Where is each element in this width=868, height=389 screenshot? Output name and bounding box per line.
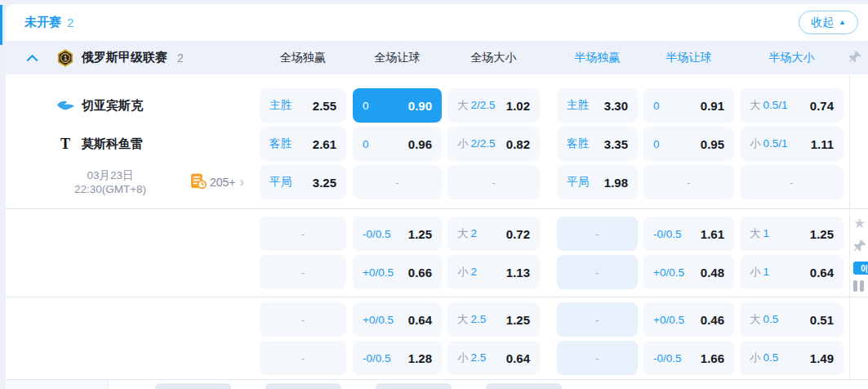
odds-label: 平局: [567, 175, 589, 190]
odds-cell[interactable]: 大0.50.51: [740, 302, 844, 337]
odds-label: 主胜: [567, 98, 589, 113]
odds-cell-empty: -: [260, 302, 346, 337]
odds-value: 0.51: [810, 313, 834, 327]
odds-value: 0.46: [701, 313, 724, 327]
odds-cell[interactable]: 小0.51.49: [740, 341, 844, 375]
right-gutter-divider: [849, 74, 850, 379]
odds-cell-empty: -: [643, 165, 734, 199]
odds-cell[interactable]: 小0.5/11.11: [740, 127, 844, 161]
odds-value: 0.64: [810, 266, 834, 279]
odds-cell-empty: -: [260, 341, 346, 375]
tab-stub[interactable]: [486, 383, 562, 389]
pin-icon[interactable]: [848, 51, 862, 68]
star-icon[interactable]: ★: [853, 215, 866, 232]
odds-value: 0.95: [701, 137, 724, 151]
left-accent-strip: [0, 5, 2, 45]
odds-value: 1.49: [810, 351, 834, 365]
no-odds-dash: -: [269, 228, 336, 240]
chevron-up-icon[interactable]: [26, 54, 38, 62]
league-count: 2: [177, 51, 184, 65]
odds-row: -+0/0.50.66小21.13-+0/0.50.48小10.64: [6, 255, 868, 289]
tab-stub[interactable]: [265, 383, 341, 389]
odds-cell[interactable]: 大2.51.25: [447, 302, 540, 337]
odds-value: 0.91: [701, 99, 724, 113]
odds-row: --0/0.51.25大20.72--0/0.51.61大11.25: [6, 217, 868, 251]
odds-cell[interactable]: 小10.64: [740, 255, 844, 289]
odds-cell[interactable]: 小21.13: [447, 255, 540, 289]
away-team[interactable]: T莫斯科鱼雷: [56, 127, 143, 161]
home-team[interactable]: 切亚宾斯克: [56, 88, 143, 123]
odds-cell[interactable]: -0/0.51.66: [643, 341, 734, 375]
odds-cell[interactable]: 00.91: [643, 88, 734, 123]
odds-label: 主胜: [269, 98, 292, 113]
odds-cell[interactable]: +0/0.50.66: [353, 255, 442, 289]
odds-group-1: 切亚宾斯克主胜2.5500.90大2/2.51.02主胜3.3000.91大0.…: [6, 74, 868, 208]
odds-cell[interactable]: 大11.25: [740, 217, 844, 251]
odds-cell[interactable]: 主胜3.30: [557, 88, 638, 123]
odds-cell[interactable]: 客胜3.35: [557, 127, 638, 161]
live-score-icon[interactable]: 0|: [853, 262, 868, 275]
odds-cell[interactable]: 00.96: [353, 127, 442, 161]
odds-cell[interactable]: 小2.50.64: [447, 341, 540, 375]
odds-value: 1.98: [604, 176, 628, 190]
tab-stub[interactable]: [376, 383, 452, 389]
odds-row: T莫斯科鱼雷客胜2.6100.96小2/2.50.82客胜3.3500.95小0…: [6, 127, 868, 161]
collapse-button[interactable]: 收起 ▲: [799, 11, 858, 34]
odds-value: 0.96: [408, 137, 432, 151]
away-team-label: T莫斯科鱼雷: [6, 127, 260, 161]
odds-label: +0/0.5: [653, 266, 684, 279]
odds-label: 客胜: [567, 136, 589, 151]
odds-cell[interactable]: -0/0.51.61: [643, 217, 734, 251]
odds-cell[interactable]: +0/0.50.64: [353, 302, 442, 337]
away-team-logo-icon: T: [56, 136, 75, 153]
odds-label: +0/0.5: [653, 314, 684, 326]
odds-value: 2.55: [313, 99, 336, 113]
topbar: 未开赛 2 收起 ▲: [6, 4, 868, 41]
odds-cell-empty: -: [260, 217, 346, 251]
odds-cell[interactable]: 平局3.25: [260, 165, 346, 199]
odds-group-2: --0/0.51.25大20.72--0/0.51.61大11.25-+0/0.…: [6, 209, 868, 297]
odds-row: -+0/0.50.64大2.51.25-+0/0.50.46大0.50.51: [6, 302, 868, 337]
odds-cell[interactable]: +0/0.50.46: [643, 302, 734, 337]
pin-icon[interactable]: [853, 239, 867, 257]
bottom-left-panel: [6, 380, 109, 389]
team-name: 莫斯科鱼雷: [82, 136, 143, 152]
column-header-4: 半场独赢: [557, 41, 638, 74]
odds-label: 小0.5/1: [750, 136, 788, 151]
empty-label: [6, 341, 260, 375]
odds-label: 大1: [750, 226, 769, 241]
caret-up-icon: ▲: [839, 19, 846, 26]
odds-cell[interactable]: 平局1.98: [557, 165, 638, 199]
odds-cell[interactable]: 大20.72: [447, 217, 540, 251]
stats-bars-icon[interactable]: [853, 280, 864, 292]
odds-cell[interactable]: 客胜2.61: [260, 127, 346, 161]
odds-cell[interactable]: 大2/2.51.02: [447, 88, 540, 123]
league-header: 1 俄罗斯甲级联赛 2 全场独赢全场让球全场大小半场独赢半场让球半场大小: [6, 41, 868, 74]
odds-cell[interactable]: -0/0.51.28: [353, 341, 442, 375]
league-name: 俄罗斯甲级联赛: [82, 50, 167, 65]
odds-cell-empty: -: [557, 341, 638, 375]
empty-label: [6, 255, 260, 289]
odds-label: 0: [653, 138, 660, 150]
odds-cell[interactable]: 00.90: [353, 88, 442, 123]
no-odds-dash: -: [567, 352, 628, 364]
odds-cell[interactable]: 大0.5/10.74: [740, 88, 844, 123]
odds-label: 0: [363, 100, 369, 112]
empty-label: [6, 302, 260, 337]
more-markets-link[interactable]: 205+›: [190, 165, 244, 199]
odds-cell[interactable]: -0/0.51.25: [353, 217, 442, 251]
odds-cell[interactable]: 主胜2.55: [260, 88, 346, 123]
svg-text:1: 1: [64, 55, 68, 62]
tab-stub[interactable]: [155, 383, 231, 389]
odds-group-3: -+0/0.50.64大2.51.25-+0/0.50.46大0.50.51--…: [6, 297, 868, 379]
odds-cell[interactable]: +0/0.50.48: [643, 255, 734, 289]
odds-value: 1.25: [506, 313, 530, 327]
odds-label: -0/0.5: [363, 228, 391, 240]
odds-cell[interactable]: 00.95: [643, 127, 734, 161]
odds-cell-empty: -: [260, 255, 346, 289]
odds-label: 0: [653, 100, 660, 112]
no-odds-dash: -: [269, 266, 336, 279]
odds-value: 0.64: [506, 351, 530, 365]
odds-cell[interactable]: 小2/2.50.82: [447, 127, 540, 161]
odds-value: 1.25: [810, 227, 834, 241]
